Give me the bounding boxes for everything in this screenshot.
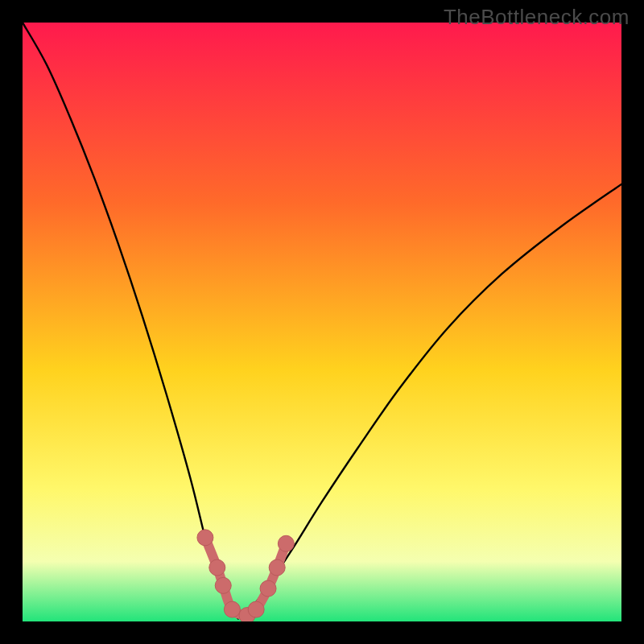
marker-dot: [197, 530, 213, 546]
marker-dot: [260, 580, 276, 597]
plot-area: [23, 23, 621, 621]
highlight-markers: [23, 23, 621, 621]
marker-dot: [269, 559, 285, 576]
marker-dot: [215, 577, 231, 593]
marker-dot: [209, 559, 225, 576]
marker-dot: [248, 601, 264, 617]
chart-frame: TheBottleneck.com: [0, 0, 644, 644]
marker-dot: [278, 535, 294, 551]
marker-dot: [224, 601, 240, 617]
watermark-text: TheBottleneck.com: [444, 5, 630, 30]
